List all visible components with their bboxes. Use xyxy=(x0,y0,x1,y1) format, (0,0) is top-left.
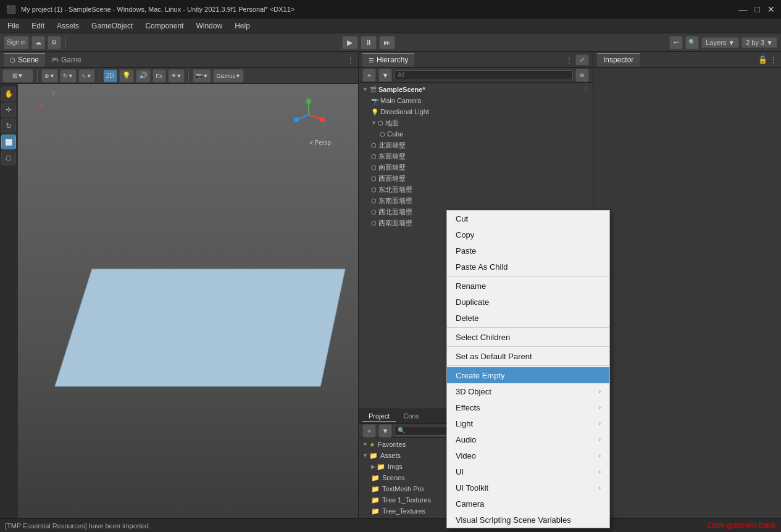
rect-tool[interactable]: ⬡ xyxy=(1,151,16,165)
hier-item-cube[interactable]: ⬡ Cube xyxy=(359,128,593,139)
ctx-visual-scripting[interactable]: Visual Scripting Scene Variables xyxy=(447,512,609,528)
move-tool[interactable]: ✛ xyxy=(1,102,16,117)
tab-console[interactable]: Cons xyxy=(397,411,425,422)
scale-gizmo-btn[interactable]: ⤡▼ xyxy=(78,69,95,83)
ctx-select-children[interactable]: Select Children xyxy=(447,329,609,345)
inspector-lock-icon[interactable]: 🔓 xyxy=(758,56,767,64)
hier-item-ground[interactable]: ▼ ⬡ 地面 xyxy=(359,117,593,128)
hier-item-maincamera[interactable]: 📷 Main Camera xyxy=(359,95,593,106)
ctx-duplicate[interactable]: Duplicate xyxy=(447,294,609,310)
hier-item-west[interactable]: ⬡ 西面墙壁 xyxy=(359,173,593,184)
ctx-rename[interactable]: Rename xyxy=(447,278,609,294)
menu-edit[interactable]: Edit xyxy=(27,20,49,31)
menu-help[interactable]: Help xyxy=(230,20,255,31)
ctx-paste-as-child[interactable]: Paste As Child xyxy=(447,259,609,275)
tab-scene[interactable]: ⬡ Scene xyxy=(4,53,45,67)
layers-dropdown[interactable]: Layers ▼ xyxy=(701,37,739,48)
ctx-camera[interactable]: Camera xyxy=(447,496,609,512)
menu-component[interactable]: Component xyxy=(140,20,188,31)
scale-tool[interactable]: ⬜ xyxy=(1,135,16,149)
scene-gizmo[interactable]: y x z xyxy=(290,96,327,133)
rotate-gizmo-btn[interactable]: ↻▼ xyxy=(60,69,77,83)
services-button[interactable]: ⚙ xyxy=(48,36,61,49)
ctx-paste[interactable]: Paste xyxy=(447,243,609,259)
tab-project[interactable]: Project xyxy=(362,411,396,422)
inspector-panel: Inspector 🔓 ⋮ xyxy=(593,52,781,532)
move-gizmo-btn[interactable]: ⊕▼ xyxy=(41,69,58,83)
maximize-button[interactable]: □ xyxy=(755,4,760,14)
camera-view-btn[interactable]: 📷▼ xyxy=(193,69,211,83)
obj-icon-8: ⬡ xyxy=(371,209,377,215)
project-more-btn[interactable]: ▼ xyxy=(378,424,392,438)
hier-item-northeast[interactable]: ⬡ 东北面墙壁 xyxy=(359,184,593,195)
tab-game[interactable]: 🎮 Game xyxy=(45,53,88,67)
title-bar: ⬛ My project (1) - SampleScene - Windows… xyxy=(0,0,781,19)
ctx-audio[interactable]: Audio › xyxy=(447,431,609,447)
main-layout: ⬡ Scene 🎮 Game ⋮ ⊞▼ ⊕▼ ↻▼ ⤡▼ 2D 💡 🔊 Fx 👁… xyxy=(0,52,781,532)
hier-item-options[interactable]: ⋮ xyxy=(582,86,589,94)
hierarchy-more-btn[interactable]: ▼ xyxy=(378,69,392,82)
tab-inspector[interactable]: Inspector xyxy=(597,53,640,67)
project-add-btn[interactable]: + xyxy=(362,424,376,438)
account-button[interactable]: Sign in xyxy=(4,36,29,49)
main-toolbar: Sign in ☁ ⚙ ▶ ⏸ ⏭ ↩ 🔍 Layers ▼ 2 by 3 ▼ xyxy=(0,33,781,52)
ctx-ui-toolkit[interactable]: UI Toolkit › xyxy=(447,480,609,496)
2d-toggle[interactable]: 2D xyxy=(103,69,117,83)
hand-tool[interactable]: ✋ xyxy=(1,86,16,101)
step-button[interactable]: ⏭ xyxy=(379,36,395,49)
ctx-copy[interactable]: Copy xyxy=(447,227,609,243)
hierarchy-add-btn[interactable]: + xyxy=(362,69,376,82)
ctx-3d-object[interactable]: 3D Object › xyxy=(447,383,609,399)
hierarchy-search[interactable] xyxy=(395,70,573,80)
svg-marker-0 xyxy=(55,269,345,386)
hierarchy-filter-btn[interactable]: ⊕ xyxy=(575,69,589,82)
scene-sep-3 xyxy=(188,70,189,82)
ctx-create-empty[interactable]: Create Empty xyxy=(447,367,609,383)
layout-dropdown[interactable]: 2 by 3 ▼ xyxy=(741,37,777,48)
favorites-icon: ★ xyxy=(369,441,375,449)
treetex-folder-icon: 📁 xyxy=(371,507,380,515)
audio-toggle[interactable]: 🔊 xyxy=(136,69,151,83)
gizmos-btn[interactable]: Gizmos▼ xyxy=(213,69,243,83)
fx-toggle[interactable]: Fx xyxy=(152,69,166,83)
inspector-more-icon[interactable]: ⋮ xyxy=(770,56,777,64)
status-bar: [TMP Essential Resources] have been impo… xyxy=(0,518,781,532)
hidden-toggle[interactable]: 👁▼ xyxy=(168,69,185,83)
ctx-effects[interactable]: Effects › xyxy=(447,399,609,415)
hierarchy-expand-btn[interactable]: ⤢ xyxy=(575,54,589,65)
pause-button[interactable]: ⏸ xyxy=(361,36,377,49)
hierarchy-tab-options[interactable]: ⋮ xyxy=(566,56,573,64)
collab-button[interactable]: ☁ xyxy=(31,36,45,49)
hier-item-north[interactable]: ⬡ 北面墙壁 xyxy=(359,139,593,151)
scene-sep-2 xyxy=(99,70,99,82)
menu-file[interactable]: File xyxy=(2,20,24,31)
play-button[interactable]: ▶ xyxy=(342,36,358,49)
transform-gizmo-btn[interactable]: ⊞▼ xyxy=(2,69,33,83)
ctx-cut[interactable]: Cut xyxy=(447,210,609,227)
menu-gameobject[interactable]: GameObject xyxy=(86,20,138,31)
lighting-toggle[interactable]: 💡 xyxy=(119,69,134,83)
minimize-button[interactable]: — xyxy=(739,4,748,14)
hier-item-south[interactable]: ⬡ 南面墙壁 xyxy=(359,162,593,173)
hier-item-east[interactable]: ⬡ 东面墙壁 xyxy=(359,151,593,162)
hier-item-samplescene[interactable]: ▼ 🎬 SampleScene* ⋮ xyxy=(359,84,593,95)
ctx-default-parent[interactable]: Set as Default Parent xyxy=(447,348,609,364)
tab-options-icon[interactable]: ⋮ xyxy=(347,56,354,64)
ctx-light[interactable]: Light › xyxy=(447,415,609,431)
hier-item-southeast[interactable]: ⬡ 东南面墙壁 xyxy=(359,195,593,206)
close-button[interactable]: ✕ xyxy=(767,4,775,14)
menu-window[interactable]: Window xyxy=(191,20,227,31)
hier-item-directionallight[interactable]: 💡 Directional Light xyxy=(359,106,593,117)
ctx-ui[interactable]: UI › xyxy=(447,463,609,480)
ctx-delete[interactable]: Delete xyxy=(447,310,609,326)
menu-assets[interactable]: Assets xyxy=(52,20,84,31)
ctx-video[interactable]: Video › xyxy=(447,447,609,463)
scene-view[interactable]: ✋ ✛ ↻ ⬜ ⬡ xyxy=(0,84,358,532)
scene-3d: y x z < Persp y x xyxy=(18,84,358,532)
tab-hierarchy[interactable]: ☰ Hierarchy xyxy=(362,53,414,67)
search-button[interactable]: 🔍 xyxy=(685,36,699,49)
undo-button[interactable]: ↩ xyxy=(669,36,683,49)
rotate-tool[interactable]: ↻ xyxy=(1,118,16,133)
ctx-sep-3 xyxy=(447,346,609,347)
imgs-folder-icon: 📁 xyxy=(377,463,385,471)
